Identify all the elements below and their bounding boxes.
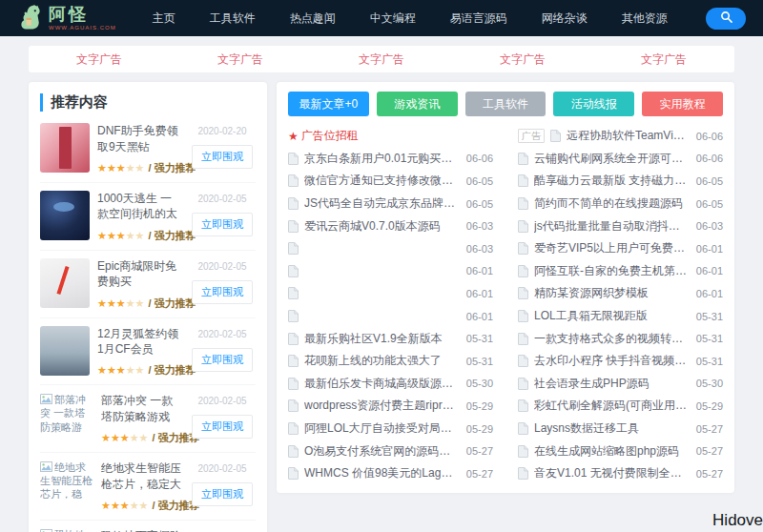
article-row[interactable]: 阿狸LOL大厅自动接受对局工具05-29 bbox=[288, 418, 493, 440]
text-ad-link[interactable]: 文字广告 bbox=[217, 51, 263, 68]
category-button[interactable]: 实用教程 bbox=[642, 92, 723, 116]
document-icon bbox=[518, 220, 528, 233]
article-title: 阿狸LOL大厅自动接受对局工具 bbox=[304, 420, 459, 437]
nav-item[interactable]: 其他资源 bbox=[622, 10, 668, 27]
article-row[interactable]: 花呗新上线的功能太强大了05-31 bbox=[288, 350, 493, 373]
recommend-item-title[interactable]: 恐怖地下室探险 一款恐怖逃生解谜类游戏 bbox=[101, 528, 181, 532]
thumbnail-image[interactable] bbox=[40, 191, 90, 240]
article-row[interactable]: 06-01 bbox=[288, 305, 493, 328]
article-row[interactable]: 酷享磁力云最新版 支持磁力搜索下载和一...06-05 bbox=[518, 170, 723, 193]
article-row[interactable]: 在线生成网站缩略图php源码05-27 bbox=[518, 440, 723, 462]
article-row[interactable]: JS代码全自动完成京东品牌狂欢城活动任务06-05 bbox=[288, 193, 493, 215]
recommend-item-title[interactable]: 部落冲突 一款塔防策略游戏 bbox=[101, 393, 181, 425]
site-domain: WWW.AGUAIS.COM bbox=[49, 25, 116, 31]
text-ad-link[interactable]: 文字广告 bbox=[359, 51, 404, 68]
article-row[interactable]: 京东白条新用户0.01元购买3个月爱奇艺黄...06-06 bbox=[288, 148, 493, 171]
thumbnail-image[interactable] bbox=[40, 258, 90, 308]
star-icon: ★ bbox=[135, 230, 145, 241]
article-row[interactable]: 爱奇艺VIP5以上用户可免费发爱奇艺VIP红包06-01 bbox=[518, 237, 723, 260]
text-ad-link[interactable]: 文字广告 bbox=[500, 51, 546, 68]
article-row[interactable]: Laysns数据迁移工具05-27 bbox=[518, 418, 723, 440]
recommend-item-info: 部落冲突 一款塔防策略游戏★★★★★/ 强力推荐 bbox=[101, 393, 181, 445]
view-now-button[interactable]: 立即围观 bbox=[192, 415, 253, 439]
document-icon bbox=[288, 378, 299, 390]
article-date: 06-01 bbox=[696, 265, 723, 276]
recommend-item-title[interactable]: DNF助手免费领取9天黑钻 bbox=[97, 123, 181, 155]
star-icon: ★ bbox=[107, 162, 116, 174]
category-button[interactable]: 活动线报 bbox=[553, 92, 634, 116]
document-icon bbox=[518, 242, 528, 255]
star-icon: ★ bbox=[107, 297, 116, 309]
recommend-item-date: 2020-02-05 bbox=[189, 396, 256, 406]
recommend-item-title[interactable]: 1000天逃生 一款空间街机的太空模拟经营游戏 bbox=[97, 191, 181, 223]
article-title: O泡易支付系统官网的源码开源 bbox=[304, 443, 459, 460]
thumbnail-image[interactable] bbox=[40, 326, 90, 376]
recommend-item-meta: 2020-02-05立即围观 bbox=[189, 191, 256, 243]
nav-item[interactable]: 工具软件 bbox=[210, 10, 256, 27]
article-row[interactable]: 一款支持格式众多的视频转换器05-31 bbox=[518, 327, 723, 350]
thumbnail-image[interactable] bbox=[40, 123, 90, 173]
star-icon: ★ bbox=[116, 297, 126, 309]
article-date: 06-05 bbox=[466, 175, 493, 187]
article-row[interactable]: 06-03 bbox=[288, 237, 493, 260]
star-icon: ★ bbox=[130, 432, 139, 443]
article-title: 最新伯乐发卡商城高级版源码 无后门 bbox=[304, 376, 459, 392]
article-title: 社会语录生成PHP源码 bbox=[534, 376, 689, 392]
article-row[interactable]: 爱讯云商城V0.7.0版本源码06-03 bbox=[288, 215, 493, 237]
article-row[interactable]: 阿怪互联-自家的免费主机第一批正式开启06-01 bbox=[518, 260, 723, 283]
document-icon bbox=[518, 265, 528, 277]
article-date: 05-27 bbox=[466, 445, 493, 457]
category-button[interactable]: 工具软件 bbox=[465, 92, 546, 116]
text-ad-link[interactable]: 文字广告 bbox=[76, 51, 122, 68]
text-ad-link[interactable]: 文字广告 bbox=[641, 51, 687, 68]
recommend-item-title[interactable]: Epic商城限时免费购买《SUPERHOT》游戏 bbox=[97, 258, 181, 291]
article-row[interactable]: LOL工具箱无限视距版05-31 bbox=[518, 305, 723, 328]
nav-item[interactable]: 主页 bbox=[153, 10, 175, 27]
search-button[interactable] bbox=[706, 8, 746, 30]
view-now-button[interactable]: 立即围观 bbox=[192, 280, 253, 304]
view-now-button[interactable]: 立即围观 bbox=[192, 145, 253, 169]
document-icon bbox=[288, 265, 299, 277]
watermark: Hidove bbox=[712, 511, 763, 530]
article-row[interactable]: 广告远程协助软件TeamViewer v11 单文件版06-06 bbox=[518, 125, 723, 148]
view-now-button[interactable]: 立即围观 bbox=[192, 213, 253, 236]
recommend-item-date: 2020-02-20 bbox=[189, 126, 256, 136]
star-icon: ★ bbox=[97, 364, 107, 376]
recommend-item-info: Epic商城限时免费购买《SUPERHOT》游戏★★★★★/ 强力推荐 bbox=[97, 258, 181, 311]
article-row[interactable]: 云铺购代刷网系统全开源可运营程序搭建06-06 bbox=[518, 148, 723, 171]
star-icon: ★ bbox=[97, 162, 107, 174]
article-date: 06-05 bbox=[466, 198, 493, 210]
category-button[interactable]: 游戏资讯 bbox=[377, 92, 458, 116]
category-button[interactable]: 最新文章+0 bbox=[288, 92, 369, 116]
view-now-button[interactable]: 立即围观 bbox=[192, 482, 253, 506]
article-row[interactable]: wordpress资源付费主题ripro6.7含美化包...05-29 bbox=[288, 395, 493, 418]
article-row[interactable]: 06-01 bbox=[288, 282, 493, 305]
nav-item[interactable]: 易语言源码 bbox=[450, 10, 507, 27]
article-row[interactable]: 最新乐购社区V1.9全新版本05-31 bbox=[288, 327, 493, 350]
article-row[interactable]: 简约而不简单的在线搜题源码06-05 bbox=[518, 193, 723, 215]
recommend-item-title[interactable]: 绝地求生智能压枪芯片，稳定大号使用，永久免费 bbox=[101, 460, 181, 493]
article-row[interactable]: 彩虹代刷全解源码(可商业用途 防黑)05-29 bbox=[518, 395, 723, 418]
article-row[interactable]: 微信官方通知已支持修改微信号06-05 bbox=[288, 170, 493, 193]
article-date: 06-05 bbox=[696, 175, 723, 187]
recommend-item-title[interactable]: 12月灵狐签约领1月CF会员 bbox=[97, 326, 181, 358]
star-icon: ★ bbox=[139, 432, 149, 443]
article-row[interactable]: 最新伯乐发卡商城高级版源码 无后门05-30 bbox=[288, 373, 493, 396]
article-row[interactable]: 精防某资源网织梦模板06-01 bbox=[518, 282, 723, 305]
nav-item[interactable]: 热点趣闻 bbox=[290, 10, 336, 27]
article-row[interactable]: 去水印小程序 快手抖音视频搬运工上热门...05-31 bbox=[518, 350, 723, 373]
article-row[interactable]: O泡易支付系统官网的源码开源05-27 bbox=[288, 440, 493, 462]
article-row[interactable]: ★广告位招租 bbox=[288, 125, 493, 148]
nav-item[interactable]: 中文编程 bbox=[370, 10, 416, 27]
article-date: 05-30 bbox=[696, 378, 723, 389]
article-row[interactable]: 音友V1.01 无视付费限制全网音乐无损免费...05-27 bbox=[518, 462, 723, 485]
nav-item[interactable]: 网络杂谈 bbox=[542, 10, 588, 27]
site-logo[interactable]: 阿怪 WWW.AGUAIS.COM bbox=[17, 2, 116, 34]
document-icon bbox=[518, 422, 528, 435]
article-row[interactable]: 06-01 bbox=[288, 260, 493, 283]
view-now-button[interactable]: 立即围观 bbox=[192, 348, 253, 372]
document-icon bbox=[518, 197, 528, 210]
article-row[interactable]: 社会语录生成PHP源码05-30 bbox=[518, 373, 723, 396]
article-row[interactable]: WHMCS 价值98美元的Lagom模板开源05-27 bbox=[288, 462, 493, 485]
article-row[interactable]: js代码批量批量自动取消抖音关注06-03 bbox=[518, 215, 723, 237]
